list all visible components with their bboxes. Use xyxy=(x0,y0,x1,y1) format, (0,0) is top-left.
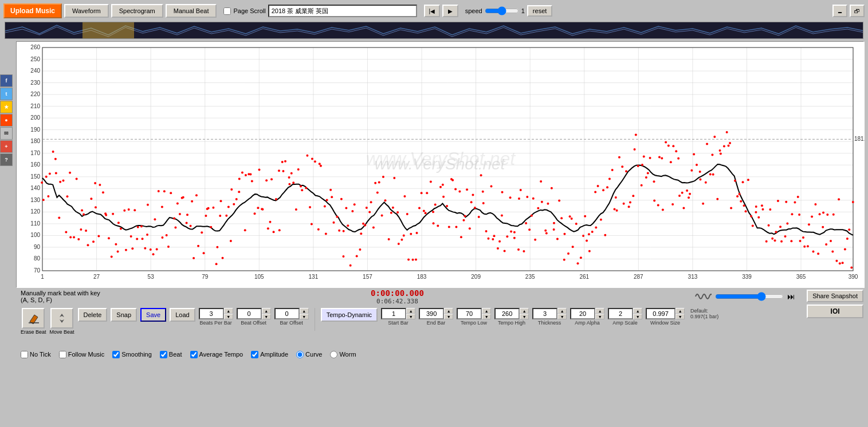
waveform-svg xyxy=(5,22,863,38)
bar-offset-down[interactable]: ▼ xyxy=(300,314,309,319)
amp-alpha-input[interactable] xyxy=(570,308,595,319)
start-bar-input[interactable] xyxy=(381,308,406,319)
beats-per-bar-group: ▲ ▼ Beats Per Bar xyxy=(199,308,233,326)
beat-offset-up[interactable]: ▲ xyxy=(262,308,271,314)
instruction-line1: Manually mark beat with key xyxy=(21,290,100,296)
forward-icon[interactable]: ⏭ xyxy=(787,292,795,301)
bar-offset-up[interactable]: ▲ xyxy=(300,308,309,314)
amp-scale-input[interactable] xyxy=(608,308,633,319)
smoothing-checkbox[interactable] xyxy=(112,351,120,358)
no-tick-checkbox[interactable] xyxy=(21,351,28,358)
window-size-group: ▲ ▼ Window Size xyxy=(646,308,685,326)
social-sidebar: f t ★ ● ✉ + ? xyxy=(0,74,13,166)
help-button[interactable]: ? xyxy=(0,153,13,166)
beats-per-bar-input[interactable] xyxy=(199,308,224,319)
window-size-up[interactable]: ▲ xyxy=(675,308,685,314)
thickness-down[interactable]: ▼ xyxy=(557,314,567,319)
worm-radio[interactable] xyxy=(330,351,337,358)
move-beat-button[interactable] xyxy=(50,308,73,329)
ioi-button[interactable]: IOI xyxy=(807,305,863,318)
bar-offset-input[interactable] xyxy=(274,308,300,319)
waveform-tab[interactable]: Waveform xyxy=(64,4,109,18)
page-scroll-checkbox-wrap: Page Scroll xyxy=(223,7,265,15)
volume-slider[interactable] xyxy=(715,292,784,301)
tempo-high-label: Tempo High xyxy=(498,320,525,326)
curve-radio[interactable] xyxy=(296,351,304,358)
smoothing-checkbox-wrap: Smoothing xyxy=(112,351,152,358)
avg-tempo-checkbox[interactable] xyxy=(190,351,198,358)
follow-music-checkbox[interactable] xyxy=(59,351,66,358)
default-label: Default: xyxy=(690,308,718,314)
thickness-group: ▲ ▼ Thickness xyxy=(532,308,567,326)
delete-button[interactable]: Delete xyxy=(78,308,108,322)
reddit-button[interactable]: ● xyxy=(0,114,13,126)
snap-button[interactable]: Snap xyxy=(111,308,137,322)
instruction-text: Manually mark beat with key (A, S, D, F) xyxy=(21,290,100,303)
tempo-high-down[interactable]: ▼ xyxy=(520,314,529,319)
speed-slider[interactable] xyxy=(485,6,519,15)
start-bar-up[interactable]: ▲ xyxy=(406,308,415,314)
default-value-display: Default: 0.997(1 bar) xyxy=(690,308,718,319)
avg-tempo-checkbox-wrap: Average Tempo xyxy=(190,351,243,358)
transport-controls: |◀ ▶ xyxy=(424,5,458,17)
reset-button[interactable]: reset xyxy=(527,5,552,17)
beats-per-bar-down[interactable]: ▼ xyxy=(224,314,233,319)
window-size-down[interactable]: ▼ xyxy=(675,314,685,319)
start-bar-group: ▲ ▼ Start Bar xyxy=(381,308,415,326)
google-plus-button[interactable]: + xyxy=(0,140,13,153)
upload-music-button[interactable]: Upload Music xyxy=(3,3,62,18)
email-button[interactable]: ✉ xyxy=(0,127,13,140)
end-bar-input[interactable] xyxy=(419,308,444,319)
tempo-high-input[interactable] xyxy=(494,308,520,319)
save-button[interactable]: Save xyxy=(140,308,166,322)
amp-alpha-up[interactable]: ▲ xyxy=(595,308,604,314)
tempo-low-down[interactable]: ▼ xyxy=(482,314,491,319)
amp-alpha-label: Amp Alpha xyxy=(575,320,600,326)
beats-per-bar-label: Beats Per Bar xyxy=(200,320,232,326)
tempo-high-group: ▲ ▼ Tempo High xyxy=(494,308,529,326)
page-scroll-checkbox[interactable] xyxy=(223,7,231,15)
beats-per-bar-up[interactable]: ▲ xyxy=(224,308,233,314)
amplitude-checkbox[interactable] xyxy=(251,351,258,358)
window-buttons: 🗕 🗗 xyxy=(832,5,865,17)
rewind-button[interactable]: |◀ xyxy=(424,5,440,17)
amp-alpha-down[interactable]: ▼ xyxy=(595,314,604,319)
beat-offset-input[interactable] xyxy=(237,308,262,319)
beat-checkbox-wrap: Beat xyxy=(160,351,182,358)
start-bar-down[interactable]: ▼ xyxy=(406,314,415,319)
twitter-button[interactable]: t xyxy=(0,88,13,100)
beat-checkbox[interactable] xyxy=(160,351,167,358)
song-title-input[interactable] xyxy=(268,5,417,17)
load-button[interactable]: Load xyxy=(170,308,195,322)
share-snapshot-button[interactable]: Share Snapshot xyxy=(807,290,863,302)
favorite-button[interactable]: ★ xyxy=(0,101,13,113)
checkbox-row: No Tick Follow Music Smoothing Beat Aver… xyxy=(16,347,868,362)
amp-scale-up[interactable]: ▲ xyxy=(633,308,642,314)
tempo-dynamic-button[interactable]: Tempo-Dynamic xyxy=(321,308,378,322)
smoothing-label: Smoothing xyxy=(121,351,152,358)
restore-button[interactable]: 🗗 xyxy=(850,5,865,17)
tempo-low-up[interactable]: ▲ xyxy=(482,308,491,314)
amp-scale-down[interactable]: ▼ xyxy=(633,314,642,319)
facebook-button[interactable]: f xyxy=(0,74,13,87)
play-button[interactable]: ▶ xyxy=(442,5,458,17)
top-bar: Upload Music Waveform Spectrogram Manual… xyxy=(0,0,868,22)
tempo-low-input[interactable] xyxy=(457,308,482,319)
tempo-high-up[interactable]: ▲ xyxy=(520,308,529,314)
manual-beat-tab[interactable]: Manual Beat xyxy=(166,4,217,18)
minimize-button[interactable]: 🗕 xyxy=(832,5,847,17)
thickness-input[interactable] xyxy=(532,308,557,319)
waveform-overview[interactable] xyxy=(5,22,863,39)
window-size-input[interactable] xyxy=(646,308,675,319)
bottom-status-bar: Manually mark beat with key (A, S, D, F)… xyxy=(16,287,868,306)
beat-offset-down[interactable]: ▼ xyxy=(262,314,271,319)
erase-beat-button[interactable] xyxy=(22,308,45,329)
beat-chart-canvas[interactable] xyxy=(17,42,865,288)
spectrogram-tab[interactable]: Spectrogram xyxy=(111,4,163,18)
bar-offset-group: ▲ ▼ Bar Offset xyxy=(274,308,309,326)
thickness-up[interactable]: ▲ xyxy=(557,308,567,314)
end-bar-down[interactable]: ▼ xyxy=(444,314,453,319)
end-bar-up[interactable]: ▲ xyxy=(444,308,453,314)
speed-value: 1 xyxy=(521,7,525,14)
beat-label: Beat xyxy=(169,351,182,358)
